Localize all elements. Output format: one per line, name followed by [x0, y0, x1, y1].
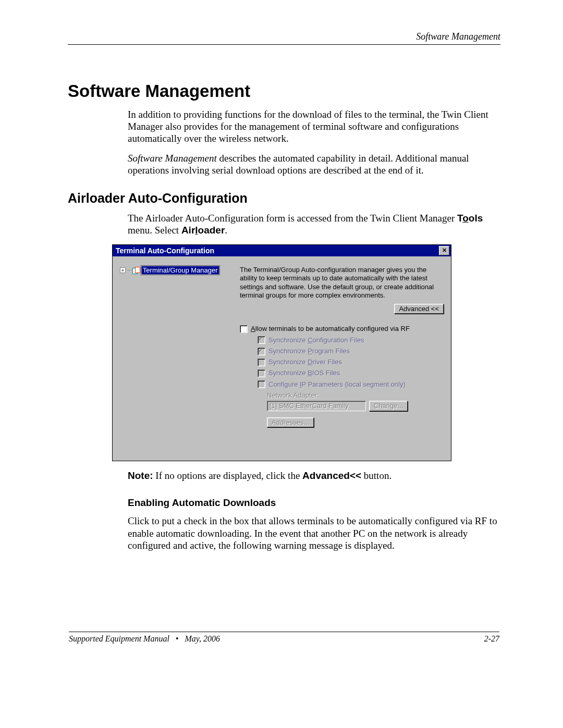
sync-config-checkbox [258, 336, 265, 344]
config-ip-row: Configure IP Parameters (local segment o… [258, 380, 444, 389]
tree-connector: ┄ [127, 266, 131, 274]
sync-driver-checkbox [258, 359, 265, 366]
tree-root-label[interactable]: Terminal/Group Manager [141, 266, 219, 275]
tools-o-underline: o [462, 213, 469, 224]
dialog-window: Terminal Auto-Configuration ✕ + ┄ Termin… [112, 244, 451, 461]
sync-bios-row: Synchronize BIOS Files [258, 369, 444, 377]
footer-manual: Supported Equipment Manual [69, 634, 169, 643]
airloader-para: The Airloader Auto-Configuration form is… [128, 212, 500, 236]
options-pane: The Terminal/Group Auto-configuration ma… [240, 266, 444, 453]
heading-main: Software Management [68, 81, 500, 101]
airloader-para-a: The Airloader Auto-Configuration form is… [128, 213, 457, 224]
network-adapter-field: [1] SMC EtherCard Family [267, 401, 366, 411]
config-ip-checkbox [258, 380, 265, 388]
heading-enabling: Enabling Automatic Downloads [128, 497, 500, 509]
tree-pane: + ┄ Terminal/Group Manager [120, 266, 229, 453]
allow-label: Allow terminals to be automatically conf… [251, 325, 410, 333]
sync-driver-row: Synchronize Driver Files [258, 358, 444, 366]
airloader-para-e: . [225, 225, 227, 236]
footer-date: May, 2006 [185, 634, 220, 643]
sync-program-row: Synchronize Program Files [258, 347, 444, 355]
sync-driver-label: Synchronize Driver Files [268, 358, 342, 366]
note-adv: Advanced<< [302, 470, 361, 481]
dialog-body: + ┄ Terminal/Group Manager The Terminal/… [113, 256, 451, 461]
advanced-button[interactable]: Advanced << [394, 304, 444, 314]
addresses-button: Addresses... [267, 417, 314, 427]
heading-airloader: Airloader Auto-Configuration [68, 191, 500, 206]
enabling-para: Click to put a check in the box that all… [128, 515, 500, 551]
footer-left: Supported Equipment Manual • May, 2006 [69, 634, 220, 644]
intro-para-1: In addition to providing functions for t… [128, 108, 500, 145]
note-end: button. [361, 470, 391, 481]
page-footer: Supported Equipment Manual • May, 2006 2… [69, 632, 499, 644]
dialog-title: Terminal Auto-Configuration [116, 246, 214, 255]
allow-checkbox[interactable] [240, 325, 248, 333]
airloader-pre: Air [181, 225, 195, 236]
config-ip-label: Configure IP Parameters (local segment o… [268, 380, 406, 389]
sync-bios-checkbox [258, 369, 265, 377]
header-rule [68, 44, 500, 45]
dialog-titlebar: Terminal Auto-Configuration ✕ [113, 245, 451, 256]
sync-bios-label: Synchronize BIOS Files [268, 369, 340, 377]
sync-program-checkbox [258, 348, 265, 355]
dialog-description: The Terminal/Group Auto-configuration ma… [240, 266, 444, 300]
tools-ols: ols [469, 213, 483, 224]
intro-para-2: Software Management describes the automa… [128, 152, 500, 176]
sync-config-row: Synchronize Configuration Files [258, 336, 444, 344]
sync-config-label: Synchronize Configuration Files [268, 336, 364, 344]
expand-icon[interactable]: + [120, 267, 126, 273]
note-mid: If no options are displayed, click the [153, 470, 303, 481]
footer-bullet: • [176, 634, 179, 643]
dialog-screenshot: Terminal Auto-Configuration ✕ + ┄ Termin… [112, 244, 500, 461]
tools-t: T [457, 213, 462, 224]
allow-row[interactable]: Allow terminals to be automatically conf… [240, 325, 444, 333]
page-header-right: Software Management [68, 31, 500, 42]
airloader-para-c: menu. Select [128, 225, 181, 236]
note-bold: Note: [128, 470, 153, 481]
tree-root-row[interactable]: + ┄ Terminal/Group Manager [120, 266, 229, 275]
note-para: Note: If no options are displayed, click… [128, 470, 500, 482]
change-button: Change... [369, 401, 408, 411]
sm-italic: Software Management [128, 153, 217, 164]
airloader-post: oader [198, 225, 225, 236]
network-adapter-row: [1] SMC EtherCard Family Change... [267, 401, 444, 411]
footer-page-num: 2-27 [484, 634, 499, 644]
close-button[interactable]: ✕ [439, 246, 449, 255]
network-adapter-label: Network Adapter: [267, 391, 444, 400]
sync-program-label: Synchronize Program Files [268, 347, 350, 355]
terminal-group-icon [132, 267, 140, 274]
